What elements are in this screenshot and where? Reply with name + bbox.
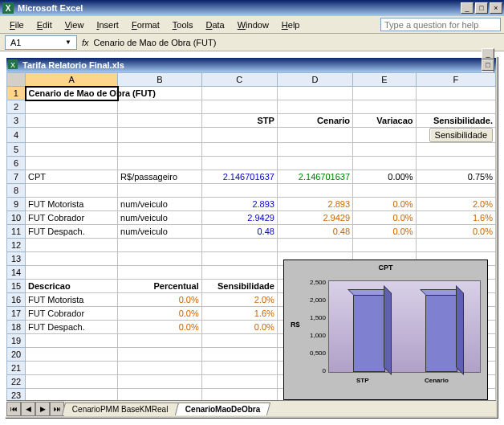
menu-insert[interactable]: Insert [90,18,125,31]
select-all-corner[interactable] [7,73,26,87]
cell[interactable] [26,252,118,266]
row-header[interactable]: 6 [7,157,26,170]
cell[interactable] [118,362,202,375]
cell[interactable]: 1.6% [416,211,495,225]
cell[interactable] [201,252,277,266]
col-header-D[interactable]: D [277,73,352,87]
sensibilidade-button[interactable]: Sensibilidade [429,128,493,142]
cell[interactable]: Cenario [277,114,352,128]
cell[interactable] [277,239,352,252]
cell[interactable] [118,334,202,348]
row-header[interactable]: 7 [7,170,26,184]
sheet-tab-cenariopmm[interactable]: CenarioPMM BaseKMReal [62,403,179,415]
cell[interactable]: 0.0% [353,211,416,225]
row-header[interactable]: 19 [7,334,26,348]
cell[interactable] [26,334,118,348]
cell[interactable]: FUT Cobrador [26,307,118,321]
cell[interactable] [277,87,352,100]
cell[interactable]: num/veiculo [118,198,202,211]
cell[interactable] [201,87,277,100]
cell[interactable] [201,239,277,252]
row-header[interactable]: 21 [7,362,26,375]
cell[interactable]: FUT Despach. [26,225,118,239]
cell[interactable] [26,184,118,198]
cell[interactable] [118,100,202,114]
cell[interactable] [118,128,202,143]
cell[interactable]: num/veiculo [118,211,202,225]
row-header[interactable]: 14 [7,266,26,280]
cell[interactable]: 2.9429 [201,211,277,225]
cell[interactable]: num/veiculo [118,225,202,239]
menu-format[interactable]: Format [125,18,166,31]
cell[interactable]: Sensibilidade. [416,114,495,128]
cell[interactable]: FUT Motorista [26,293,118,307]
row-header[interactable]: 5 [7,143,26,157]
cell[interactable] [26,375,118,389]
cell[interactable]: 0.48 [277,225,352,239]
cell[interactable]: CPT [26,170,118,184]
col-header-C[interactable]: C [201,73,277,87]
row-header[interactable]: 17 [7,307,26,321]
cell[interactable] [201,334,277,348]
cell[interactable] [118,348,202,362]
cell[interactable]: 2.9429 [277,211,352,225]
cell[interactable]: 0.75% [416,170,495,184]
cell[interactable] [277,184,352,198]
row-header[interactable]: 10 [7,211,26,225]
wb-minimize-button[interactable]: _ [482,48,494,59]
cell[interactable]: 2.0% [201,293,277,307]
cell[interactable] [353,239,416,252]
row-header[interactable]: 20 [7,348,26,362]
cell[interactable] [201,100,277,114]
cell[interactable] [353,87,416,100]
formula-input[interactable]: Cenario de Mao de Obra (FUT) [94,38,499,47]
row-header[interactable]: 18 [7,321,26,334]
cell[interactable] [26,239,118,252]
cell[interactable]: 2.146701637 [277,170,352,184]
cell[interactable]: 0.0% [118,307,202,321]
cell[interactable]: 0.48 [201,225,277,239]
cell[interactable] [201,348,277,362]
cell[interactable] [118,184,202,198]
tab-nav-first[interactable]: ⏮ [6,402,21,416]
row-header[interactable]: 2 [7,100,26,114]
cell[interactable] [416,157,495,170]
cell[interactable] [416,184,495,198]
cell[interactable]: 0.0% [118,321,202,334]
menu-edit[interactable]: Edit [30,18,59,31]
menu-tools[interactable]: Tools [166,18,200,31]
cell[interactable]: 0.0% [416,225,495,239]
row-header[interactable]: 12 [7,239,26,252]
cell[interactable]: R$/passageiro [118,170,202,184]
cell[interactable] [26,143,118,157]
cell[interactable] [118,252,202,266]
cell[interactable] [416,87,495,100]
row-header[interactable]: 4 [7,128,26,143]
cell[interactable] [353,143,416,157]
cell[interactable]: Cenario de Mao de Obra (FUT) [26,87,118,100]
cell[interactable]: 2.146701637 [201,170,277,184]
cell[interactable] [26,157,118,170]
cell[interactable]: 0.0% [353,198,416,211]
minimize-button[interactable]: _ [461,2,474,14]
cell[interactable] [118,375,202,389]
menu-data[interactable]: Data [199,18,230,31]
cell[interactable] [26,114,118,128]
row-header[interactable]: 22 [7,375,26,389]
close-button[interactable]: × [490,2,502,14]
cell[interactable]: Sensibilidade [416,128,495,143]
cell[interactable] [118,114,202,128]
cell[interactable]: FUT Despach. [26,321,118,334]
cell[interactable]: FUT Motorista [26,198,118,211]
col-header-B[interactable]: B [118,73,202,87]
menu-help[interactable]: Help [275,18,307,31]
name-box[interactable]: A1 ▼ [5,35,77,50]
cell[interactable] [277,100,352,114]
cell[interactable]: Sensibilidade [201,280,277,293]
cell[interactable]: FUT Cobrador [26,211,118,225]
tab-nav-prev[interactable]: ◀ [21,402,35,416]
row-header[interactable]: 1 [7,87,26,100]
cell[interactable] [277,128,352,143]
cell[interactable] [353,184,416,198]
cell[interactable] [118,266,202,280]
